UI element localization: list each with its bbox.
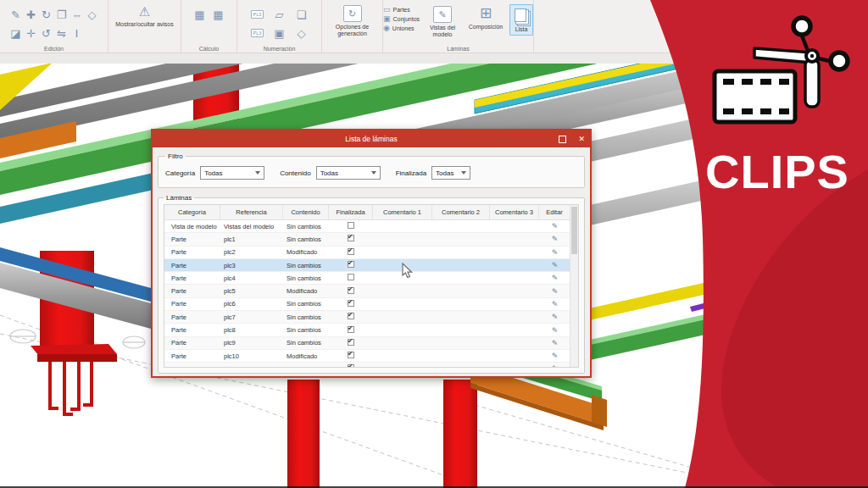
sheet-row[interactable]: Parteplc10Modificado✎ xyxy=(164,350,578,363)
finalizada-filter-select[interactable]: Todas xyxy=(431,166,470,180)
numbering-boxes-icon[interactable]: ▣ xyxy=(274,28,284,39)
numbering-pl3-icon[interactable]: PL3 xyxy=(251,10,264,19)
edit-pencil-icon[interactable]: ✎ xyxy=(552,248,559,257)
finalizada-checkbox[interactable] xyxy=(348,274,354,280)
finalizada-checkbox[interactable] xyxy=(348,222,354,229)
finalizada-checkbox[interactable] xyxy=(348,261,354,268)
list-sheets-icon xyxy=(515,8,526,22)
cell-categoria: Parte xyxy=(164,236,220,243)
conjuntos-button-label: Conjuntos xyxy=(393,16,420,22)
vistas-label: Vistas del modelo xyxy=(424,25,461,38)
partes-button[interactable]: ▭Partes xyxy=(383,6,420,14)
rotate-copy-icon[interactable]: ↺ xyxy=(42,28,51,39)
column-header[interactable]: Contenido xyxy=(283,205,329,219)
lista-button[interactable]: Lista xyxy=(509,4,533,36)
ribbon-group-laminas: ▭Partes▣Conjuntos◉Uniones ✎ Vistas del m… xyxy=(383,0,534,53)
pencil-icon[interactable]: ✎ xyxy=(11,9,20,20)
cell-finalizada xyxy=(329,364,373,368)
composicion-label: Composición xyxy=(469,24,503,30)
sheet-row[interactable]: Vista de modeloVistas del modeloSin camb… xyxy=(164,220,578,233)
sheet-row[interactable]: Parteplc4Sin cambios✎ xyxy=(164,272,578,285)
edit-pencil-icon[interactable]: ✎ xyxy=(552,313,559,321)
steel-column-right xyxy=(443,380,477,488)
maximize-button[interactable] xyxy=(559,136,566,143)
finalizada-checkbox[interactable] xyxy=(348,235,354,241)
cell-referencia: plc5 xyxy=(220,287,283,295)
finalizada-checkbox[interactable] xyxy=(348,300,354,307)
sheet-row[interactable]: Parteplc6Sin cambios✎ xyxy=(164,298,578,311)
finalizada-checkbox[interactable] xyxy=(348,364,354,368)
opciones-generacion-button[interactable]: ↻ Opciones de generación xyxy=(322,3,382,39)
scrollbar-thumb[interactable] xyxy=(571,207,577,254)
column-header[interactable]: Comentario 2 xyxy=(432,205,490,219)
cell-referencia: plc11 xyxy=(220,365,283,368)
numbering-plate-icon[interactable]: ▱ xyxy=(275,9,284,20)
finalizada-checkbox[interactable] xyxy=(348,313,354,319)
column-header[interactable]: Comentario 3 xyxy=(490,205,539,219)
sheet-row[interactable]: Parteplc11Modificado✎ xyxy=(164,363,578,368)
contenido-filter-select[interactable]: Todas xyxy=(316,166,381,180)
dialog-titlebar[interactable]: Lista de láminas ✕ xyxy=(153,130,590,147)
mirror-icon[interactable]: ⇋ xyxy=(57,28,66,39)
finalizada-checkbox[interactable] xyxy=(348,352,354,358)
uniones-button[interactable]: ◉Uniones xyxy=(383,25,420,32)
edit-pencil-icon[interactable]: ✎ xyxy=(552,339,559,347)
cell-editar: ✎ xyxy=(539,261,570,269)
calculator-alt-icon[interactable]: ▦ xyxy=(213,9,223,20)
column-header[interactable]: Categoría xyxy=(164,205,220,219)
move-point-icon[interactable]: ✛ xyxy=(26,28,36,39)
composicion-button[interactable]: ⊞ Composición xyxy=(465,4,506,32)
cell-referencia: plc7 xyxy=(220,313,283,321)
finalizada-checkbox[interactable] xyxy=(348,248,354,255)
edit-pencil-icon[interactable]: ✎ xyxy=(552,235,559,243)
eraser-icon[interactable]: ◪ xyxy=(10,28,20,39)
sheet-row[interactable]: Parteplc3Sin cambios✎ xyxy=(164,259,578,272)
table-scrollbar[interactable] xyxy=(570,205,578,367)
close-button[interactable]: ✕ xyxy=(578,136,585,143)
uniones-button-label: Uniones xyxy=(392,25,415,31)
copy-icon[interactable]: ❐ xyxy=(57,9,67,20)
sheet-row[interactable]: Parteplc8Sin cambios✎ xyxy=(164,324,578,336)
cell-contenido: Modificado xyxy=(283,365,329,368)
numbering-select-icon[interactable]: ❏ xyxy=(297,9,307,20)
vistas-modelo-button[interactable]: ✎ Vistas del modelo xyxy=(423,4,462,40)
edit-pencil-icon[interactable]: ✎ xyxy=(552,300,559,308)
conjuntos-button[interactable]: ▣Conjuntos xyxy=(383,15,420,23)
edit-pencil-icon[interactable]: ✎ xyxy=(552,352,559,360)
sheet-row[interactable]: Parteplc5Modificado✎ xyxy=(164,285,578,297)
column-header[interactable]: Referencia xyxy=(220,205,283,219)
edit-pencil-icon[interactable]: ✎ xyxy=(552,222,559,230)
filter-groupbox: Filtro Categoría Todas Contenido Todas F… xyxy=(158,152,585,188)
column-header[interactable]: Editar xyxy=(539,205,570,219)
finalizada-checkbox[interactable] xyxy=(348,287,354,294)
calculator-icon[interactable]: ▦ xyxy=(194,9,204,20)
mouse-cursor xyxy=(402,263,414,283)
column-header[interactable]: Finalizada xyxy=(329,205,373,219)
edit-pencil-icon[interactable]: ✎ xyxy=(552,261,559,269)
edit-pencil-icon[interactable]: ✎ xyxy=(552,287,559,296)
sheet-row[interactable]: Parteplc1Sin cambios✎ xyxy=(164,233,578,246)
numbering-pl3-alt-icon[interactable]: PL3 xyxy=(251,29,264,37)
tag-icon[interactable]: ◇ xyxy=(88,9,97,20)
sheet-row[interactable]: Parteplc7Sin cambios✎ xyxy=(164,311,578,324)
ribbon-group-generacion: ↻ Opciones de generación xyxy=(322,0,383,53)
cell-finalizada xyxy=(329,248,373,257)
finalizada-checkbox[interactable] xyxy=(348,339,354,346)
finalizada-checkbox[interactable] xyxy=(348,326,354,333)
align-icon[interactable]: ⇔ xyxy=(71,9,82,20)
rotate-icon[interactable]: ↻ xyxy=(42,9,51,20)
beam-section-icon[interactable]: Ⅰ xyxy=(75,28,79,39)
ribbon-group-avisos: ⚠ Mostrar/ocultar avisos xyxy=(108,0,181,53)
sheet-row[interactable]: Parteplc2Modificado✎ xyxy=(164,247,578,259)
cell-editar: ✎ xyxy=(539,352,570,360)
column-header[interactable]: Comentario 1 xyxy=(373,205,432,219)
categoria-filter-select[interactable]: Todas xyxy=(200,166,264,180)
edit-pencil-icon[interactable]: ✎ xyxy=(552,274,559,282)
edit-pencil-icon[interactable]: ✎ xyxy=(552,364,559,368)
avisos-button[interactable]: ⚠ Mostrar/ocultar avisos xyxy=(108,3,181,30)
move-icon[interactable]: ✚ xyxy=(26,9,36,20)
numbering-tags-icon[interactable]: ◇ xyxy=(298,28,306,39)
sheet-row[interactable]: Parteplc9Sin cambios✎ xyxy=(164,337,578,350)
sheets-legend: Láminas xyxy=(164,194,194,202)
edit-pencil-icon[interactable]: ✎ xyxy=(552,326,559,335)
